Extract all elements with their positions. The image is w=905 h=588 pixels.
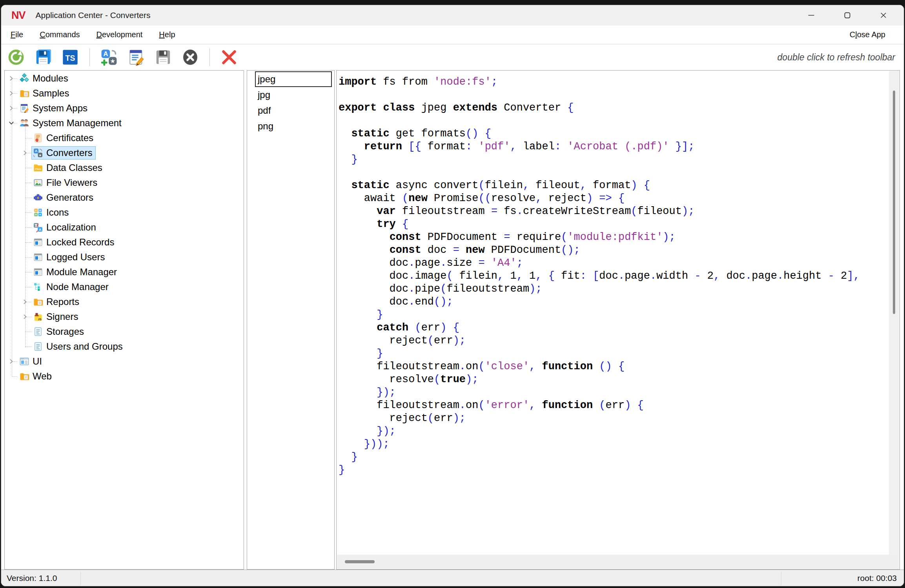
- tree-item-module-manager[interactable]: Module Manager: [5, 265, 244, 279]
- tree-item-localization[interactable]: ALocalization: [5, 220, 244, 235]
- list-item-png[interactable]: png: [255, 118, 332, 134]
- notepad-icon: [19, 103, 29, 113]
- tree-item-content[interactable]: Locked Records: [31, 236, 118, 249]
- tree-item-content[interactable]: Module Manager: [31, 265, 120, 279]
- chevron-right-icon[interactable]: [7, 104, 16, 113]
- menu-development[interactable]: Development: [88, 30, 151, 39]
- tree-item-content[interactable]: Generators: [31, 191, 97, 204]
- chevron-right-icon[interactable]: [21, 312, 29, 321]
- maximize-button[interactable]: [829, 5, 865, 25]
- menu-file[interactable]: File: [2, 30, 31, 39]
- tree-item-label: Icons: [46, 207, 69, 218]
- tree-item-content[interactable]: System Management: [18, 116, 125, 130]
- tree-item-content[interactable]: Modules: [18, 72, 72, 85]
- code-line: doc.image( filein, 1, 1, { fit: [doc.pag…: [339, 270, 885, 283]
- people-icon: [19, 118, 29, 128]
- nodes-icon: [33, 282, 43, 292]
- menu-commands[interactable]: Commands: [31, 30, 88, 39]
- tree-item-system-apps[interactable]: System Apps: [5, 101, 244, 116]
- chevron-placeholder: [21, 253, 29, 261]
- tree-item-users-and-groups[interactable]: Users and Groups: [5, 339, 244, 354]
- maximize-icon: [841, 9, 853, 21]
- tree-item-content[interactable]: File Viewers: [31, 176, 101, 189]
- code-line: await (new Promise((resolve, reject) => …: [339, 192, 885, 205]
- tree-item-storages[interactable]: Storages: [5, 324, 244, 339]
- tree-item-content[interactable]: Users and Groups: [31, 340, 126, 353]
- tree-item-converters[interactable]: A★Converters: [5, 145, 244, 160]
- menu-close-app[interactable]: Close App: [841, 30, 894, 39]
- chevron-placeholder: [21, 208, 29, 217]
- tree-item-system-management[interactable]: System Management: [5, 116, 244, 131]
- tree-item-certificates[interactable]: Certificates: [5, 131, 244, 145]
- tree-item-data-classes[interactable]: ClassData Classes: [5, 160, 244, 175]
- tree-item-samples[interactable]: Samples: [5, 86, 244, 101]
- svg-text:A: A: [35, 149, 38, 153]
- tree-item-content[interactable]: ClassData Classes: [31, 161, 106, 174]
- tree-item-content[interactable]: Storages: [31, 325, 87, 338]
- toolbar-save-blue-button[interactable]: [34, 48, 52, 66]
- doc-lines-icon: [33, 341, 43, 352]
- tree-item-content[interactable]: Icons: [31, 206, 72, 219]
- class-folder-icon: Class: [33, 163, 43, 173]
- toolbar-translate-add-button[interactable]: A★: [100, 48, 118, 66]
- chevron-right-icon[interactable]: [21, 149, 29, 157]
- tree-item-label: Signers: [46, 311, 78, 322]
- tree-item-content[interactable]: Samples: [18, 87, 73, 100]
- list-item-pdf[interactable]: pdf: [255, 103, 332, 118]
- tree-item-generators[interactable]: Generators: [5, 190, 244, 205]
- code-line: const doc = new PDFDocument();: [339, 244, 885, 257]
- toolbar-delete-button[interactable]: [220, 48, 238, 66]
- chevron-placeholder: [7, 372, 16, 381]
- app-window: NV Application Center - Converters FileC…: [1, 5, 904, 586]
- horizontal-scrollbar[interactable]: [337, 555, 899, 569]
- tree-item-signers[interactable]: JSSigners: [5, 309, 244, 324]
- chevron-placeholder: [21, 163, 29, 172]
- code-line: });: [339, 425, 885, 438]
- list-item-jpg[interactable]: jpg: [255, 87, 332, 103]
- horizontal-scrollbar-thumb[interactable]: [345, 560, 375, 563]
- tree-item-content[interactable]: UI: [18, 355, 46, 368]
- tree-item-content[interactable]: Node Manager: [31, 280, 112, 294]
- tree-item-content[interactable]: System Apps: [18, 102, 91, 115]
- toolbar-cancel-button[interactable]: [181, 48, 199, 66]
- toolbar-separator: [89, 48, 90, 66]
- chevron-right-icon[interactable]: [21, 298, 29, 306]
- delete-icon: [220, 48, 238, 66]
- tree-item-modules[interactable]: Modules: [5, 71, 244, 86]
- chevron-right-icon[interactable]: [7, 74, 16, 83]
- tree-item-reports[interactable]: Reports: [5, 294, 244, 309]
- toolbar-refresh-button[interactable]: [7, 48, 25, 66]
- window-icon: [33, 252, 43, 262]
- tree-item-locked-records[interactable]: Locked Records: [5, 235, 244, 250]
- tree-item-web[interactable]: Web: [5, 369, 244, 384]
- tree-item-content[interactable]: JSSigners: [31, 310, 82, 323]
- ui-window-icon: [19, 356, 29, 367]
- list-item-jpeg[interactable]: jpeg: [255, 71, 332, 87]
- chevron-down-icon[interactable]: [7, 119, 16, 127]
- tree-item-node-manager[interactable]: Node Manager: [5, 279, 244, 294]
- chevron-right-icon[interactable]: [7, 357, 16, 366]
- menu-help[interactable]: Help: [151, 30, 183, 39]
- tree-item-icons[interactable]: Icons: [5, 205, 244, 220]
- toolbar-save-gray-button[interactable]: [154, 48, 172, 66]
- tree-item-content[interactable]: Logged Users: [31, 250, 108, 264]
- tree-item-content[interactable]: Reports: [31, 295, 83, 309]
- tree-item-content[interactable]: A★Converters: [31, 146, 96, 160]
- close-button[interactable]: [865, 5, 901, 25]
- tree-item-file-viewers[interactable]: File Viewers: [5, 175, 244, 190]
- tree-item-content[interactable]: Certificates: [31, 131, 97, 145]
- vertical-scrollbar[interactable]: [889, 71, 899, 569]
- code-editor[interactable]: import fs from 'node:fs';export class jp…: [337, 71, 889, 555]
- minimize-button[interactable]: [793, 5, 829, 25]
- code-line: return [{ format: 'pdf', label: 'Acrobat…: [339, 140, 885, 153]
- tree-item-logged-users[interactable]: Logged Users: [5, 250, 244, 265]
- engine-icon: [33, 192, 43, 203]
- toolbar-edit-button[interactable]: [127, 48, 145, 66]
- tree-item-content[interactable]: Web: [18, 370, 55, 383]
- toolbar-typescript-button[interactable]: TS: [61, 48, 79, 66]
- tree-item-label: System Apps: [33, 103, 87, 114]
- tree-item-content[interactable]: ALocalization: [31, 221, 100, 234]
- vertical-scrollbar-thumb[interactable]: [893, 91, 895, 314]
- tree-item-ui[interactable]: UI: [5, 354, 244, 369]
- chevron-right-icon[interactable]: [7, 89, 16, 98]
